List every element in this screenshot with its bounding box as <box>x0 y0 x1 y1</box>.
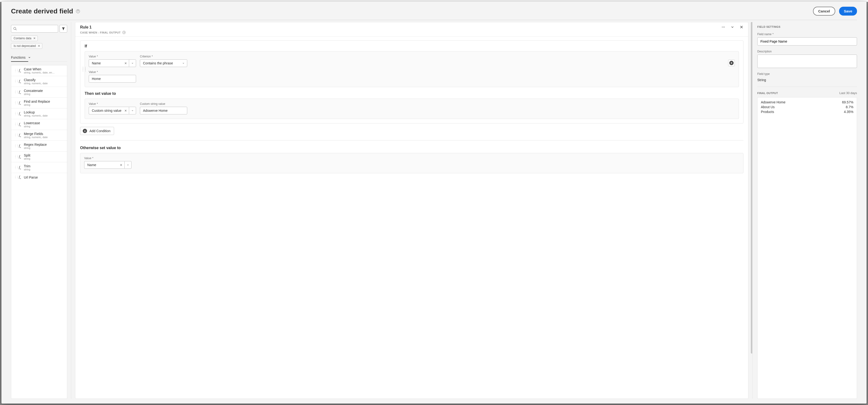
drag-handle-icon[interactable]: ⋮⋮⋮⋮ <box>14 102 16 104</box>
if-title: If <box>85 44 739 48</box>
function-item[interactable]: ⋮⋮⋮⋮fxLowercasestring <box>11 119 67 130</box>
function-types: string <box>24 157 30 160</box>
left-panel: Contains data✕Is not deprecated✕ Functio… <box>11 22 71 399</box>
otherwise-value-field-text: Name <box>87 163 96 167</box>
function-item[interactable]: ⋮⋮⋮⋮fxConcatenatestring <box>11 87 67 98</box>
function-item[interactable]: ⋮⋮⋮⋮fxFind and Replacestring <box>11 98 67 109</box>
drag-handle-icon[interactable]: ⋮⋮⋮⋮⋮⋮ <box>82 67 86 71</box>
more-button[interactable] <box>721 25 725 29</box>
value-label: Value <box>89 102 96 106</box>
clear-icon[interactable]: ✕ <box>120 163 122 167</box>
scrollbar[interactable] <box>751 22 752 399</box>
functions-section-toggle[interactable]: Functions <box>11 56 67 62</box>
if-criterion-text: Contains the phrase <box>143 61 173 65</box>
then-value-field[interactable]: Custom string value ✕ <box>89 107 136 114</box>
function-types: string <box>24 168 30 171</box>
help-icon[interactable]: ? <box>76 9 80 13</box>
drag-handle-icon[interactable]: ⋮⋮⋮⋮ <box>14 134 16 137</box>
chevron-down-icon <box>182 62 185 64</box>
if-block: If ⋮⋮⋮⋮⋮⋮ Value* Name ✕ <box>80 40 743 123</box>
function-item[interactable]: ⋮⋮⋮⋮fxCase Whenstring, numeric, date, en… <box>11 65 67 76</box>
function-item[interactable]: ⋮⋮⋮⋮fxMerge Fieldsstring, numeric, date <box>11 130 67 141</box>
output-label: Products <box>761 110 774 114</box>
drag-handle-icon[interactable]: ⋮⋮⋮⋮ <box>14 80 16 83</box>
criterion-label: Criterion <box>140 55 151 58</box>
otherwise-value-field-caret[interactable] <box>124 161 131 169</box>
function-name: Lowercase <box>24 121 40 125</box>
filter-chip[interactable]: Is not deprecated✕ <box>11 43 42 49</box>
function-name: Case When <box>24 67 55 71</box>
cancel-button[interactable]: Cancel <box>813 7 835 16</box>
chevron-down-icon <box>28 56 31 59</box>
description-input[interactable] <box>757 55 857 68</box>
drag-handle-icon[interactable]: ⋮⋮⋮⋮ <box>14 176 16 179</box>
if-criterion-field[interactable]: Contains the phrase <box>140 59 187 67</box>
filter-chip[interactable]: Contains data✕ <box>11 35 38 41</box>
output-label: About Us <box>761 105 775 109</box>
function-name: Classify <box>24 78 48 82</box>
funnel-icon <box>61 27 65 31</box>
remove-chip-icon[interactable]: ✕ <box>33 37 36 40</box>
fx-icon: fx <box>19 68 21 73</box>
search-icon <box>13 27 17 31</box>
close-rule-button[interactable] <box>740 25 743 29</box>
drag-handle-icon[interactable]: ⋮⋮⋮⋮ <box>14 155 16 158</box>
function-item[interactable]: ⋮⋮⋮⋮fxTrimstring <box>11 162 67 173</box>
function-types: string <box>24 125 40 128</box>
header-divider <box>11 20 857 20</box>
if-value-input[interactable] <box>89 75 136 83</box>
function-item[interactable]: ⋮⋮⋮⋮fxRegex Replacestring <box>11 141 67 151</box>
function-item[interactable]: ⋮⋮⋮⋮fxClassifystring, numeric, date <box>11 76 67 87</box>
function-item[interactable]: ⋮⋮⋮⋮fxSplitstring <box>11 151 67 162</box>
add-criterion-button[interactable]: + <box>728 60 735 66</box>
chip-label: Contains data <box>13 37 31 40</box>
if-value-field-text: Name <box>92 61 101 65</box>
svg-line-1 <box>16 29 17 30</box>
function-types: string <box>24 146 47 149</box>
drag-handle-icon[interactable]: ⋮⋮⋮⋮ <box>14 145 16 147</box>
if-value-field[interactable]: Name ✕ <box>89 59 136 67</box>
output-pct: 69.57% <box>842 100 854 104</box>
clear-icon[interactable]: ✕ <box>124 109 127 113</box>
value-label: Value <box>89 55 96 58</box>
then-value-field-caret[interactable] <box>129 107 136 114</box>
remove-chip-icon[interactable]: ✕ <box>38 44 40 48</box>
search-input[interactable] <box>11 25 58 33</box>
drag-handle-icon[interactable]: ⋮⋮⋮⋮ <box>14 166 16 169</box>
function-types: string, numeric, date, en… <box>24 71 55 74</box>
otherwise-value-field[interactable]: Name ✕ <box>84 161 131 169</box>
drag-handle-icon[interactable]: ⋮⋮⋮⋮ <box>14 123 16 126</box>
drag-handle-icon[interactable]: ⋮⋮⋮⋮ <box>14 113 16 115</box>
chevron-down-icon <box>131 109 134 112</box>
drag-handle-icon[interactable]: ⋮⋮⋮⋮ <box>14 69 16 72</box>
function-item[interactable]: ⋮⋮⋮⋮fxUrl Parse <box>11 173 67 181</box>
function-types: string <box>24 93 43 95</box>
plus-icon: + <box>729 61 734 65</box>
drag-handle-icon[interactable]: ⋮⋮⋮⋮ <box>14 91 16 93</box>
function-name: Merge Fields <box>24 132 48 136</box>
save-button[interactable]: Save <box>839 7 857 16</box>
then-custom-string-input[interactable] <box>140 107 187 114</box>
fx-icon: fx <box>19 90 21 94</box>
close-icon <box>740 25 743 29</box>
svg-point-2 <box>722 27 723 28</box>
more-icon <box>721 25 725 29</box>
add-condition-label: Add Condition <box>89 129 111 133</box>
filter-button[interactable] <box>60 25 67 33</box>
rule-card: Rule 1 CASE WHEN - FINAL OUTPUT ? <box>75 22 748 399</box>
help-icon[interactable]: ? <box>122 31 126 34</box>
if-value-field-caret[interactable] <box>129 59 136 67</box>
center-panel: Rule 1 CASE WHEN - FINAL OUTPUT ? <box>71 22 752 399</box>
fx-icon: fx <box>19 165 21 170</box>
add-condition-button[interactable]: + Add Condition <box>80 127 114 135</box>
collapse-button[interactable] <box>731 25 734 29</box>
field-name-input[interactable] <box>757 37 857 46</box>
settings-divider <box>757 87 857 87</box>
modal: Create derived field ? Cancel Save Conta… <box>1 1 867 404</box>
clear-icon[interactable]: ✕ <box>124 61 127 65</box>
function-item[interactable]: ⋮⋮⋮⋮fxLookupstring, numeric, date <box>11 109 67 119</box>
chevron-down-icon <box>731 25 734 29</box>
then-panel: Value* Custom string value ✕ <box>85 98 739 119</box>
function-list[interactable]: ⋮⋮⋮⋮fxCase Whenstring, numeric, date, en… <box>11 65 67 399</box>
fx-icon: fx <box>19 175 21 179</box>
